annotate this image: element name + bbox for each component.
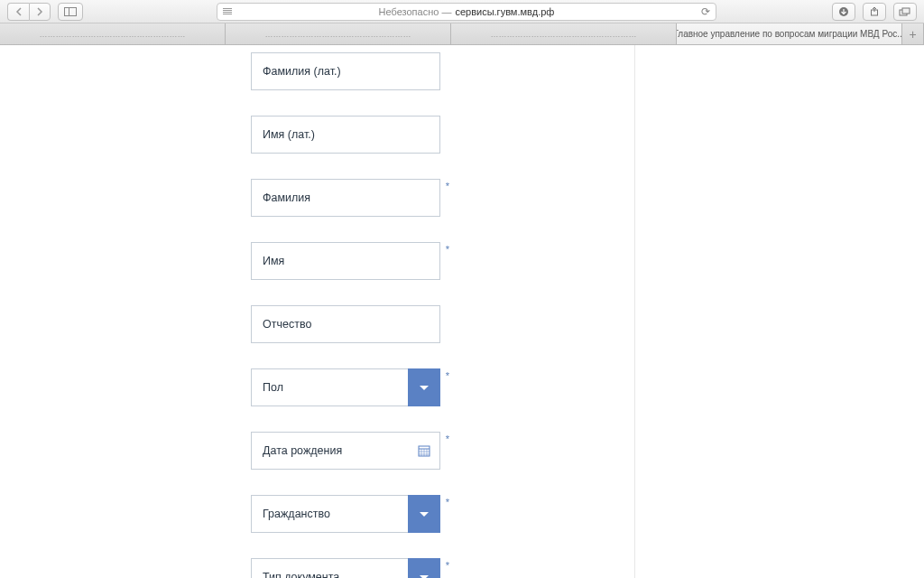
- dob-row: Дата рождения *: [251, 432, 440, 470]
- downloads-button[interactable]: [832, 3, 855, 21]
- required-mark: *: [446, 497, 449, 508]
- surname-input[interactable]: [251, 179, 440, 217]
- browser-toolbar: Небезопасно — сервисы.гувм.мвд.рф ⟳: [0, 0, 924, 23]
- required-mark: *: [446, 370, 449, 381]
- share-button[interactable]: [863, 3, 886, 21]
- url-host: сервисы.гувм.мвд.рф: [455, 6, 554, 17]
- tabs-button[interactable]: [893, 3, 917, 21]
- gender-label: Пол: [251, 368, 408, 406]
- content-divider: [634, 45, 635, 578]
- surname-row: *: [251, 179, 440, 217]
- browser-tab-2[interactable]: ………………………………………………: [451, 23, 677, 44]
- dob-input[interactable]: Дата рождения: [251, 432, 440, 470]
- name-input[interactable]: [251, 242, 440, 280]
- required-mark: *: [446, 434, 449, 444]
- svg-rect-3: [902, 8, 910, 14]
- gender-select[interactable]: Пол: [251, 368, 440, 406]
- doc-type-row: Тип документа *: [251, 558, 440, 578]
- name-lat-row: [251, 116, 440, 154]
- reader-mode-icon[interactable]: [223, 8, 232, 14]
- gender-row: Пол *: [251, 368, 440, 406]
- citizenship-select[interactable]: Гражданство: [251, 495, 440, 533]
- migration-form: * * Пол * Дата рождения: [251, 52, 440, 578]
- url-security-label: Небезопасно —: [379, 6, 452, 17]
- sidebar-toggle-button[interactable]: [58, 3, 83, 21]
- name-row: *: [251, 242, 440, 280]
- calendar-icon[interactable]: [418, 444, 430, 457]
- tab-bar: ……………………………………………… ……………………………………………… ………: [0, 23, 924, 45]
- page-content: * * Пол * Дата рождения: [0, 45, 924, 578]
- doc-type-select[interactable]: Тип документа: [251, 558, 440, 578]
- back-button[interactable]: [7, 3, 29, 21]
- forward-button[interactable]: [29, 3, 51, 21]
- patronymic-row: [251, 305, 440, 343]
- surname-lat-input[interactable]: [251, 52, 440, 90]
- patronymic-input[interactable]: [251, 305, 440, 343]
- dob-label: Дата рождения: [263, 444, 342, 457]
- sidebar-icon: [64, 7, 77, 16]
- gender-toggle[interactable]: [408, 368, 440, 406]
- new-tab-button[interactable]: +: [902, 23, 924, 44]
- browser-tab-3-active[interactable]: Главное управление по вопросам миграции …: [677, 23, 902, 44]
- citizenship-label: Гражданство: [251, 495, 408, 533]
- chevron-down-icon: [420, 512, 429, 517]
- citizenship-toggle[interactable]: [408, 495, 440, 533]
- refresh-icon[interactable]: ⟳: [701, 5, 710, 18]
- required-mark: *: [446, 244, 449, 255]
- required-mark: *: [446, 560, 449, 571]
- url-bar[interactable]: Небезопасно — сервисы.гувм.мвд.рф ⟳: [217, 3, 716, 21]
- doc-type-label: Тип документа: [251, 558, 408, 578]
- nav-buttons: [7, 3, 51, 21]
- browser-tab-0[interactable]: ………………………………………………: [0, 23, 226, 44]
- citizenship-row: Гражданство *: [251, 495, 440, 533]
- browser-tab-1[interactable]: ………………………………………………: [226, 23, 451, 44]
- chevron-down-icon: [420, 575, 429, 579]
- doc-type-toggle[interactable]: [408, 558, 440, 578]
- toolbar-right-icons: [832, 3, 917, 21]
- surname-lat-row: [251, 52, 440, 90]
- name-lat-input[interactable]: [251, 116, 440, 154]
- chevron-down-icon: [420, 386, 429, 390]
- required-mark: *: [446, 181, 449, 191]
